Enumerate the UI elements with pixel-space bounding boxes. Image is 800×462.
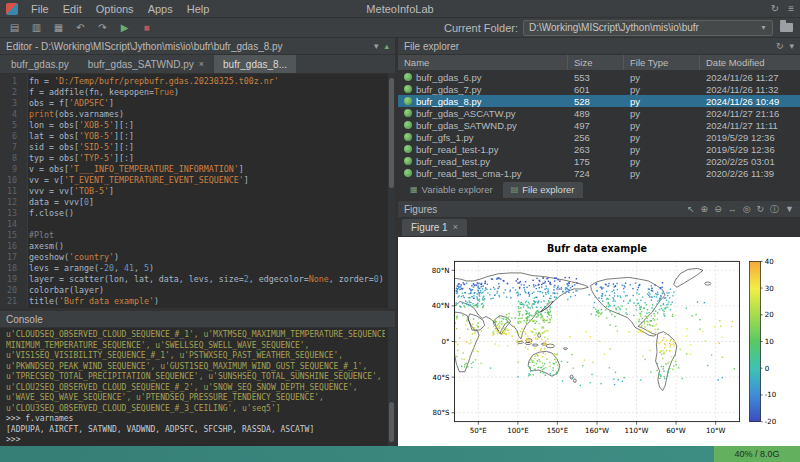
menu-help[interactable]: Help <box>180 2 217 16</box>
editor-tab[interactable]: bufr_gdas.py <box>2 55 78 73</box>
console-output-area[interactable]: u'CLOUDSEQ_OBSERVED_CLOUD_SEQUENCE_#_1',… <box>0 328 395 446</box>
refresh-icon[interactable]: ↻ <box>776 42 784 51</box>
column-header-name[interactable]: Name <box>398 55 568 70</box>
editor-tab[interactable]: bufr_gdas_SATWND.py× <box>79 55 213 73</box>
code-text: #Plot <box>22 230 54 241</box>
collapse-panel-icon[interactable]: ▾ <box>374 42 379 51</box>
full-extent-icon[interactable]: ◎ <box>743 205 751 214</box>
current-folder-label: Current Folder: <box>444 22 518 34</box>
column-header-file-type[interactable]: File Type <box>624 55 700 70</box>
file-type-cell: py <box>624 84 700 95</box>
file-name: bufr_gdas_7.py <box>416 84 482 95</box>
menu-icon[interactable]: ≡ <box>788 4 794 14</box>
tab-file-explorer[interactable]: ▤File explorer <box>503 182 583 198</box>
pointer-icon[interactable]: ↖ <box>687 205 695 214</box>
open-file-icon[interactable]: ▥ <box>29 23 44 33</box>
collapse-panel-icon[interactable]: ▾ <box>789 42 794 51</box>
code-line: 19layer = scatter(lon, lat, data, levs, … <box>0 274 395 285</box>
memory-indicator[interactable]: 40% / 8.0G <box>714 446 800 462</box>
save-icon[interactable]: ▦ <box>51 23 66 33</box>
file-row[interactable]: bufr_gdas_ASCATW.py489py2024/11/27 21:16 <box>398 107 800 119</box>
console-scroll-thumb[interactable] <box>389 402 394 442</box>
interrupt-icon[interactable]: ■ <box>139 23 154 33</box>
console-output: u'CLOUDSEQ_OBSERVED_CLOUD_SEQUENCE_#_1',… <box>6 330 385 446</box>
menu-bar: FileEditOptionsAppsHelp MeteoInfoLab ↻≡ <box>0 0 800 18</box>
svg-text:40°N: 40°N <box>432 301 450 310</box>
editor-tab[interactable]: bufr_gdas_8... <box>214 55 296 73</box>
svg-text:40°S: 40°S <box>433 373 451 382</box>
close-icon[interactable]: × <box>199 60 204 69</box>
python-file-icon <box>404 109 412 117</box>
svg-text:40: 40 <box>765 257 774 266</box>
code-text: axesm() <box>22 241 64 252</box>
file-explorer-title: File explorer <box>404 41 459 52</box>
chevron-down-icon[interactable]: ▼ <box>760 24 767 31</box>
file-explorer-header: File explorer ↻▾ <box>398 38 800 55</box>
file-row[interactable]: bufr_read_test-1.py263py2019/5/29 12:36 <box>398 143 800 155</box>
code-text: f = addfile(fn, keepopen=True) <box>22 87 179 98</box>
save-figure-icon[interactable]: ▼ <box>785 205 794 214</box>
current-folder-combo[interactable]: D:\Working\MIScript\Jython\mis\io\bufr ▼ <box>523 20 773 36</box>
code-line: 21title('Bufr data example') <box>0 296 395 307</box>
file-row[interactable]: bufr_gdas_7.py601py2024/11/26 11:32 <box>398 83 800 95</box>
code-line: 2f = addfile(fn, keepopen=True) <box>0 87 395 98</box>
code-line: 8typ = obs['TYP-5'][:] <box>0 153 395 164</box>
editor-scrollbar[interactable] <box>388 74 395 308</box>
file-date-cell: 2024/11/27 21:16 <box>700 108 800 119</box>
close-icon[interactable]: × <box>453 223 458 232</box>
console-scrollbar[interactable] <box>388 328 395 446</box>
run-icon[interactable]: ▶ <box>117 23 132 33</box>
menu-file[interactable]: File <box>24 2 56 16</box>
maximize-panel-icon[interactable]: ▴ <box>384 42 389 51</box>
identify-icon[interactable]: ⓘ <box>770 205 779 214</box>
svg-text:150°E: 150°E <box>547 426 569 435</box>
figures-header-icons: ↖⊕⊖↔◎↻ⓘ▼ <box>687 205 794 214</box>
zoom-in-icon[interactable]: ⊕ <box>701 205 709 214</box>
main-area: Editor - D:\Working\MIScript\Jython\mis\… <box>0 38 800 446</box>
code-line: 4print(obs.varnames) <box>0 109 395 120</box>
svg-text:-20: -20 <box>765 417 777 426</box>
zoom-out-icon[interactable]: ⊖ <box>714 205 722 214</box>
menu-apps[interactable]: Apps <box>141 2 180 16</box>
pan-icon[interactable]: ↔ <box>728 205 737 214</box>
column-header-size[interactable]: Size <box>568 55 624 70</box>
tab-variable-explorer[interactable]: ▦Variable explorer <box>402 182 501 198</box>
figure-tab[interactable]: Figure 1 × <box>402 219 467 236</box>
menu-edit[interactable]: Edit <box>56 2 89 16</box>
editor-panel: Editor - D:\Working\MIScript\Jython\mis\… <box>0 38 395 308</box>
editor-code-lines: 1fn = 'D:/Temp/bufr/prepbufr.gdas.202303… <box>0 76 395 307</box>
file-size-cell: 528 <box>568 96 624 107</box>
line-number: 13 <box>0 208 22 219</box>
figures-panel: Figures ↖⊕⊖↔◎↻ⓘ▼ Figure 1 × Bufr data ex… <box>398 201 800 446</box>
svg-text:-10: -10 <box>765 390 777 399</box>
file-row[interactable]: bufr_read_test.py175py2020/2/25 03:01 <box>398 155 800 167</box>
undo-icon[interactable]: ↶ <box>73 23 88 33</box>
redo-icon[interactable]: ↷ <box>95 23 110 33</box>
rotate-icon[interactable]: ↻ <box>757 205 765 214</box>
file-name-cell: bufr_gdas_8.py <box>398 96 568 107</box>
file-date-cell: 2024/11/27 11:11 <box>700 120 800 131</box>
current-folder-group: Current Folder: D:\Working\MIScript\Jyth… <box>444 20 793 36</box>
file-type-cell: py <box>624 156 700 167</box>
python-file-icon <box>404 169 412 177</box>
browse-folder-button[interactable] <box>780 23 793 32</box>
refresh-icon[interactable]: ↻ <box>771 4 779 14</box>
editor-scroll-thumb[interactable] <box>389 78 394 188</box>
file-name: bufr_gdas_SATWND.py <box>416 120 517 131</box>
file-row[interactable]: bufr_gdas_6.py553py2024/11/26 11:27 <box>398 71 800 83</box>
column-header-date-modified[interactable]: Date Modified <box>700 55 800 70</box>
figure-canvas[interactable]: Bufr data example50°E100°E150°E160°W110°… <box>398 237 800 446</box>
file-row[interactable]: bufr_gdas_8.py528py2024/11/26 10:49 <box>398 95 800 107</box>
file-row[interactable]: bufr_gfs_1.py256py2019/5/29 12:36 <box>398 131 800 143</box>
file-row[interactable]: bufr_gdas_SATWND.py497py2024/11/27 11:11 <box>398 119 800 131</box>
editor-code-area[interactable]: 1fn = 'D:/Temp/bufr/prepbufr.gdas.202303… <box>0 74 395 308</box>
line-number: 20 <box>0 285 22 296</box>
python-file-icon <box>404 85 412 93</box>
code-text: data = vvv[0] <box>22 197 94 208</box>
console-panel-title: Console <box>6 314 43 325</box>
toolbar: ▤▥▦↶↷▶■ Current Folder: D:\Working\MIScr… <box>0 18 800 38</box>
menu-options[interactable]: Options <box>89 2 141 16</box>
file-row[interactable]: bufr_read_test_cma-1.py724py2020/2/26 11… <box>398 167 800 179</box>
code-text: colorbar(layer) <box>22 285 104 296</box>
new-file-icon[interactable]: ▤ <box>7 23 22 33</box>
